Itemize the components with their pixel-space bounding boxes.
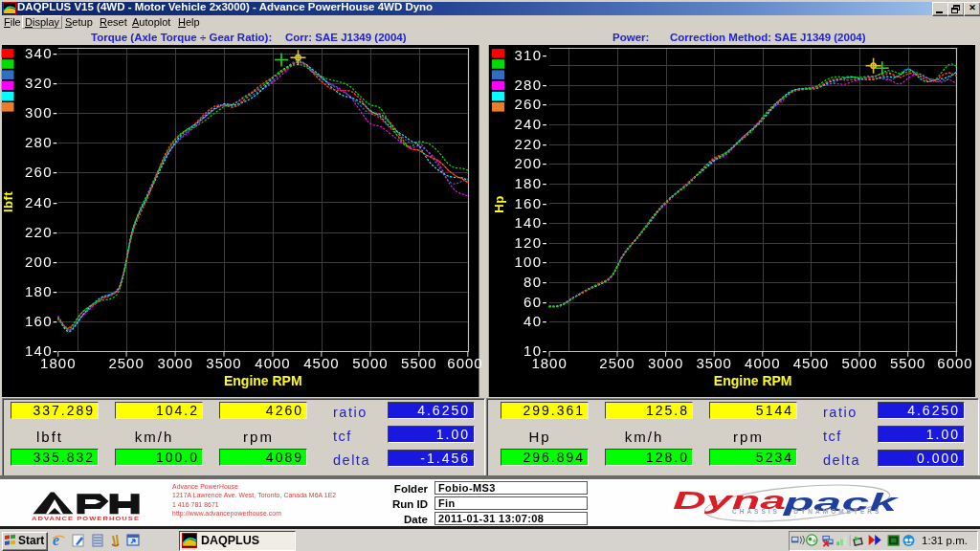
svg-text:180-: 180-	[25, 283, 59, 299]
svg-text:100-: 100-	[514, 253, 548, 270]
svg-text:220-: 220-	[25, 224, 59, 240]
svg-text:220-: 220-	[514, 136, 548, 152]
svg-text:340-: 340-	[25, 45, 59, 61]
svg-text:5000: 5000	[352, 355, 388, 371]
svg-text:3000: 3000	[648, 355, 683, 371]
svg-text:240-: 240-	[25, 194, 59, 210]
svg-text:CHASSIS DYNAMOMETERS: CHASSIS DYNAMOMETERS	[732, 508, 881, 515]
svg-text:5000: 5000	[841, 355, 877, 371]
svg-text:1800: 1800	[531, 355, 567, 371]
svg-text:140-: 140-	[514, 214, 548, 231]
svg-text:1800: 1800	[40, 355, 76, 371]
svg-text:e: e	[53, 533, 59, 548]
svg-text:4500: 4500	[793, 355, 829, 371]
svg-text:310-: 310-	[514, 47, 548, 63]
svg-text:200-: 200-	[514, 155, 548, 171]
svg-text:2500: 2500	[108, 355, 144, 371]
svg-text:4000: 4000	[745, 355, 780, 371]
svg-text:260-: 260-	[514, 96, 548, 112]
svg-text:5500: 5500	[890, 355, 925, 371]
svg-text:4000: 4000	[255, 355, 290, 371]
svg-text:ADVANCE POWERHOUSE: ADVANCE POWERHOUSE	[32, 516, 140, 521]
svg-text:3000: 3000	[157, 355, 192, 371]
svg-text:2500: 2500	[599, 355, 635, 371]
svg-text:320-: 320-	[25, 75, 59, 91]
svg-text:60-: 60-	[523, 294, 548, 310]
svg-text:3500: 3500	[697, 355, 732, 371]
svg-text:80-: 80-	[523, 274, 548, 290]
svg-text:Engine RPM: Engine RPM	[714, 373, 792, 388]
svg-text:160-: 160-	[514, 195, 548, 211]
svg-text:Hp: Hp	[492, 195, 506, 212]
svg-text:200-: 200-	[25, 253, 59, 270]
svg-text:Engine RPM: Engine RPM	[224, 373, 302, 388]
svg-text:lbft: lbft	[1, 191, 15, 212]
svg-text:6000: 6000	[447, 355, 482, 371]
svg-text:240-: 240-	[514, 116, 548, 132]
svg-text:3500: 3500	[206, 355, 241, 371]
svg-text:6000: 6000	[937, 355, 972, 371]
svg-text:300-: 300-	[25, 104, 59, 121]
svg-text:180-: 180-	[514, 175, 548, 191]
svg-text:5500: 5500	[401, 355, 436, 371]
svg-text:40-: 40-	[523, 313, 548, 329]
svg-text:280-: 280-	[514, 77, 548, 93]
svg-text:120-: 120-	[514, 234, 548, 251]
svg-text:4500: 4500	[303, 355, 339, 371]
svg-text:160-: 160-	[25, 313, 59, 329]
svg-text:260-: 260-	[25, 164, 59, 180]
svg-text:280-: 280-	[25, 134, 59, 150]
